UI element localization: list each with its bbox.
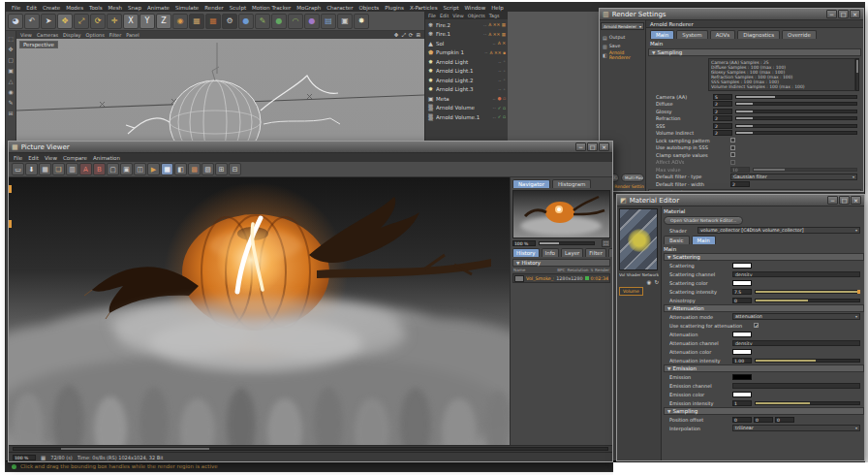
- app-menu-item[interactable]: Create: [43, 5, 60, 11]
- render-settings-bottom-button[interactable]: Multi-Pass...: [621, 174, 644, 182]
- navigator-thumbnail[interactable]: [512, 190, 610, 238]
- toolbar-icon[interactable]: ◠: [288, 14, 303, 29]
- visibility-dots-icon[interactable]: ··: [492, 96, 495, 102]
- mode-rail-icon[interactable]: ▣: [7, 67, 15, 75]
- attenuation-intensity-slider[interactable]: [755, 359, 860, 363]
- picture-viewer-toolbar-icon[interactable]: A: [79, 163, 92, 175]
- object-tags-icon[interactable]: ◦: [503, 78, 506, 82]
- picture-viewer-titlebar[interactable]: ▦ Picture Viewer −□×: [9, 142, 612, 153]
- viewport-menu-item[interactable]: Display: [63, 32, 80, 38]
- picture-viewer-toolbar-icon[interactable]: ◫: [134, 163, 146, 175]
- history-tab[interactable]: Filter: [585, 248, 606, 257]
- object-row[interactable]: ✸ Arnold Light.2 ·· ◦: [425, 76, 508, 85]
- position-z-field[interactable]: 0: [775, 417, 794, 423]
- param-slider[interactable]: [735, 116, 857, 120]
- render-settings-tab[interactable]: Diagnostics: [737, 30, 780, 39]
- window-control-button[interactable]: □: [587, 142, 598, 151]
- app-menu-item[interactable]: File: [12, 5, 20, 11]
- app-menu-item[interactable]: X-Particles: [410, 5, 438, 11]
- visibility-dots-icon[interactable]: ··: [498, 78, 501, 83]
- emission-swatch[interactable]: [732, 374, 752, 380]
- object-tags-icon[interactable]: A ✕✕ ▦: [488, 32, 506, 37]
- scattering-color2-swatch[interactable]: [732, 280, 752, 286]
- navigator-tab[interactable]: Navigator: [512, 179, 550, 188]
- scattering-channel-field[interactable]: density: [732, 271, 860, 277]
- app-menu-item[interactable]: Character: [326, 5, 353, 11]
- object-row[interactable]: ▲ Sol ·· A ✕: [425, 39, 508, 48]
- scattering-intensity-field[interactable]: 7.5: [732, 289, 752, 295]
- object-row[interactable]: ❋ Fire.2 ·· A ✕✕ ▦: [425, 20, 508, 30]
- viewport-nav-icon[interactable]: ⤢: [401, 32, 405, 39]
- history-tab[interactable]: History: [512, 248, 540, 257]
- app-menu-item[interactable]: Motion Tracker: [252, 5, 291, 11]
- object-tags-icon[interactable]: ◦: [503, 87, 506, 92]
- material-tab[interactable]: Basic: [664, 236, 690, 244]
- fit-to-view-button[interactable]: ⛶: [602, 239, 610, 247]
- renderer-dropdown[interactable]: Arnold Renderer ▾: [601, 22, 644, 30]
- visibility-dots-icon[interactable]: ··: [484, 49, 487, 55]
- attenuation-intensity-field[interactable]: 1.00: [732, 358, 752, 364]
- material-editor-titlebar[interactable]: ◩ Material Editor −□×: [617, 195, 864, 206]
- app-menu-item[interactable]: Simulate: [175, 5, 199, 11]
- zoom-slider[interactable]: [539, 241, 595, 245]
- material-tab[interactable]: Main: [692, 236, 716, 244]
- collapsed-group-header[interactable]: ▶ Ray depth: [648, 189, 861, 192]
- window-control-button[interactable]: □: [838, 10, 849, 18]
- attenuation-mode-dropdown[interactable]: attenuation ▾: [732, 313, 860, 320]
- visibility-dots-icon[interactable]: ··: [493, 105, 496, 111]
- anisotropy-field[interactable]: 0: [732, 298, 752, 303]
- object-row[interactable]: ▣ Meta ·· ● ▫: [425, 94, 508, 104]
- object-tags-icon[interactable]: A ✕✕ ▪: [489, 50, 506, 55]
- render-settings-tree-item[interactable]: ▤ Output: [601, 33, 644, 42]
- picture-viewer-toolbar-icon[interactable]: ▢: [107, 163, 119, 175]
- picture-viewer-menu-item[interactable]: File: [14, 155, 22, 161]
- param-value-field[interactable]: 2: [713, 130, 732, 136]
- mode-rail-icon[interactable]: ✥: [7, 46, 15, 53]
- app-menu-item[interactable]: Snap: [128, 5, 141, 11]
- object-tags-icon[interactable]: A ✕: [498, 41, 506, 46]
- navigator-tab[interactable]: Histogram: [552, 179, 592, 188]
- object-tags-icon[interactable]: ◦: [503, 59, 506, 64]
- picture-viewer-menu-item[interactable]: View: [45, 155, 57, 161]
- viewport-menu-item[interactable]: Filter: [109, 32, 121, 38]
- viewport-nav-icon[interactable]: ⊞: [416, 32, 420, 39]
- checkbox[interactable]: [730, 145, 735, 150]
- param-slider[interactable]: [735, 131, 857, 135]
- object-row[interactable]: ▒ Arnold Volume.1 ·· ✓ ▫: [425, 112, 508, 122]
- checkbox[interactable]: [730, 138, 735, 142]
- picture-viewer-toolbar-icon[interactable]: ⬇: [25, 163, 38, 175]
- picture-viewer-toolbar-icon[interactable]: ▦: [161, 163, 173, 175]
- param-slider[interactable]: [735, 110, 857, 113]
- preview-mode-icon[interactable]: ↻: [654, 279, 659, 285]
- toolbar-icon[interactable]: ◕: [8, 14, 23, 29]
- app-menu-item[interactable]: Mesh: [108, 5, 122, 11]
- info-scrollbar[interactable]: [855, 58, 859, 91]
- app-menu-item[interactable]: Plugins: [385, 5, 404, 11]
- param-value-field[interactable]: 2: [713, 115, 732, 121]
- history-group-header[interactable]: ▼ History: [512, 259, 610, 267]
- app-menu-item[interactable]: Modes: [66, 5, 83, 11]
- visibility-dots-icon[interactable]: ··: [498, 86, 501, 92]
- sampling-group-header[interactable]: ▼ Sampling: [664, 407, 864, 415]
- window-control-button[interactable]: ×: [850, 10, 860, 18]
- toolbar-icon[interactable]: ➤: [41, 14, 56, 29]
- emission-intensity-slider[interactable]: [755, 401, 860, 405]
- viewport-menu-item[interactable]: Cameras: [37, 32, 58, 38]
- picture-viewer-toolbar-icon[interactable]: ▭: [12, 163, 24, 175]
- param-value-field[interactable]: 2: [713, 123, 732, 129]
- object-tags-icon[interactable]: ● ▫: [498, 96, 506, 101]
- rendered-image-canvas[interactable]: [9, 177, 510, 445]
- picture-viewer-toolbar-icon[interactable]: ▶: [147, 163, 160, 175]
- zoom-value-field[interactable]: 100 %: [512, 240, 536, 246]
- preview-mode-icon[interactable]: ◉: [647, 279, 652, 285]
- object-row[interactable]: ✸ Arnold Light ·· ◦: [425, 57, 508, 67]
- history-tab[interactable]: Info: [542, 248, 559, 257]
- picture-viewer-toolbar-icon[interactable]: B: [93, 163, 106, 175]
- window-control-button[interactable]: −: [575, 142, 586, 151]
- use-scattering-checkbox[interactable]: ✓: [754, 323, 759, 328]
- toolbar-icon[interactable]: X: [123, 14, 139, 29]
- render-settings-tab[interactable]: Override: [782, 30, 817, 39]
- picture-viewer-toolbar-icon[interactable]: ▣: [120, 163, 133, 175]
- material-preview-swatch[interactable]: [619, 208, 658, 270]
- viewport-nav-icon[interactable]: ✥: [394, 32, 399, 39]
